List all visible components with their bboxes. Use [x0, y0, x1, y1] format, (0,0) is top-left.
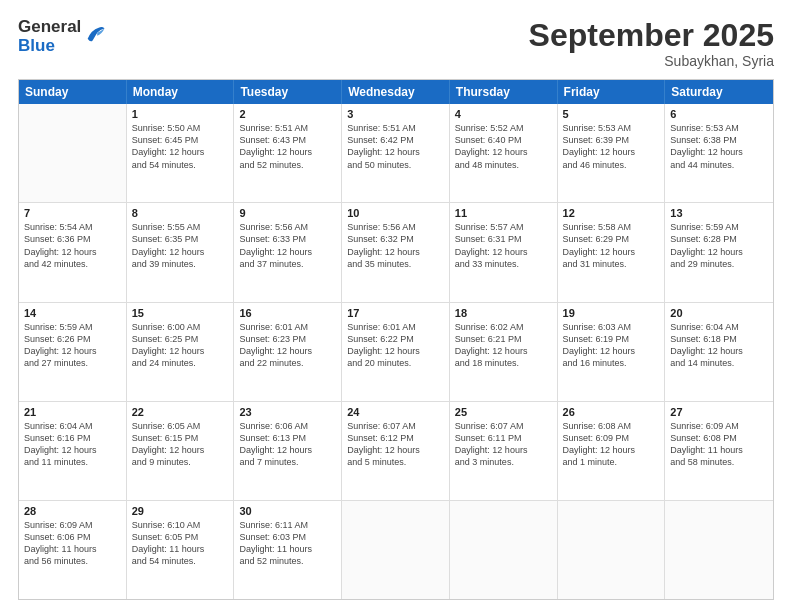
- cell-info-line: Daylight: 12 hours: [455, 146, 552, 158]
- day-number: 26: [563, 406, 660, 418]
- cell-info-line: and 37 minutes.: [239, 258, 336, 270]
- cell-info-line: Sunrise: 5:51 AM: [347, 122, 444, 134]
- cell-info-line: Daylight: 12 hours: [239, 246, 336, 258]
- cell-info-line: and 48 minutes.: [455, 159, 552, 171]
- cell-info-line: Sunset: 6:25 PM: [132, 333, 229, 345]
- cell-info-line: Sunset: 6:36 PM: [24, 233, 121, 245]
- cell-info-line: Sunset: 6:11 PM: [455, 432, 552, 444]
- cell-info-line: and 42 minutes.: [24, 258, 121, 270]
- day-number: 24: [347, 406, 444, 418]
- day-number: 15: [132, 307, 229, 319]
- cell-info-line: Sunset: 6:26 PM: [24, 333, 121, 345]
- cell-info-line: Daylight: 11 hours: [670, 444, 768, 456]
- day-number: 3: [347, 108, 444, 120]
- day-number: 5: [563, 108, 660, 120]
- cell-info-line: Sunset: 6:08 PM: [670, 432, 768, 444]
- calendar-row-4: 28Sunrise: 6:09 AMSunset: 6:06 PMDayligh…: [19, 501, 773, 599]
- calendar-cell: 15Sunrise: 6:00 AMSunset: 6:25 PMDayligh…: [127, 303, 235, 401]
- logo-text: General Blue: [18, 18, 81, 55]
- weekday-header-thursday: Thursday: [450, 80, 558, 104]
- calendar-cell: 3Sunrise: 5:51 AMSunset: 6:42 PMDaylight…: [342, 104, 450, 202]
- cell-info-line: Sunrise: 5:53 AM: [563, 122, 660, 134]
- cell-info-line: Sunrise: 5:52 AM: [455, 122, 552, 134]
- cell-info-line: and 44 minutes.: [670, 159, 768, 171]
- logo-blue: Blue: [18, 37, 81, 56]
- cell-info-line: Sunrise: 5:59 AM: [24, 321, 121, 333]
- calendar-cell: [450, 501, 558, 599]
- cell-info-line: Sunrise: 6:00 AM: [132, 321, 229, 333]
- calendar-cell: [342, 501, 450, 599]
- day-number: 10: [347, 207, 444, 219]
- cell-info-line: Sunset: 6:35 PM: [132, 233, 229, 245]
- calendar-row-1: 7Sunrise: 5:54 AMSunset: 6:36 PMDaylight…: [19, 203, 773, 302]
- cell-info-line: Sunrise: 5:59 AM: [670, 221, 768, 233]
- calendar-cell: 7Sunrise: 5:54 AMSunset: 6:36 PMDaylight…: [19, 203, 127, 301]
- calendar-cell: 14Sunrise: 5:59 AMSunset: 6:26 PMDayligh…: [19, 303, 127, 401]
- cell-info-line: and 7 minutes.: [239, 456, 336, 468]
- cell-info-line: Sunrise: 6:09 AM: [670, 420, 768, 432]
- cell-info-line: Daylight: 12 hours: [132, 444, 229, 456]
- day-number: 6: [670, 108, 768, 120]
- day-number: 9: [239, 207, 336, 219]
- cell-info-line: Daylight: 12 hours: [455, 246, 552, 258]
- calendar-cell: 22Sunrise: 6:05 AMSunset: 6:15 PMDayligh…: [127, 402, 235, 500]
- calendar-cell: 17Sunrise: 6:01 AMSunset: 6:22 PMDayligh…: [342, 303, 450, 401]
- weekday-header-friday: Friday: [558, 80, 666, 104]
- cell-info-line: Daylight: 12 hours: [563, 246, 660, 258]
- cell-info-line: Sunset: 6:39 PM: [563, 134, 660, 146]
- cell-info-line: Sunrise: 6:08 AM: [563, 420, 660, 432]
- cell-info-line: Daylight: 12 hours: [347, 444, 444, 456]
- cell-info-line: Sunset: 6:33 PM: [239, 233, 336, 245]
- day-number: 30: [239, 505, 336, 517]
- cell-info-line: and 16 minutes.: [563, 357, 660, 369]
- cell-info-line: Sunset: 6:03 PM: [239, 531, 336, 543]
- cell-info-line: and 54 minutes.: [132, 555, 229, 567]
- cell-info-line: Sunrise: 6:01 AM: [347, 321, 444, 333]
- cell-info-line: and 52 minutes.: [239, 555, 336, 567]
- calendar-cell: 10Sunrise: 5:56 AMSunset: 6:32 PMDayligh…: [342, 203, 450, 301]
- cell-info-line: and 22 minutes.: [239, 357, 336, 369]
- cell-info-line: Sunset: 6:18 PM: [670, 333, 768, 345]
- cell-info-line: Daylight: 11 hours: [24, 543, 121, 555]
- calendar-cell: 23Sunrise: 6:06 AMSunset: 6:13 PMDayligh…: [234, 402, 342, 500]
- cell-info-line: Daylight: 11 hours: [132, 543, 229, 555]
- cell-info-line: Sunrise: 5:50 AM: [132, 122, 229, 134]
- calendar-body: 1Sunrise: 5:50 AMSunset: 6:45 PMDaylight…: [19, 104, 773, 599]
- cell-info-line: Sunrise: 5:54 AM: [24, 221, 121, 233]
- cell-info-line: Sunrise: 5:56 AM: [239, 221, 336, 233]
- cell-info-line: Daylight: 12 hours: [239, 345, 336, 357]
- day-number: 18: [455, 307, 552, 319]
- day-number: 27: [670, 406, 768, 418]
- cell-info-line: and 29 minutes.: [670, 258, 768, 270]
- calendar-cell: 20Sunrise: 6:04 AMSunset: 6:18 PMDayligh…: [665, 303, 773, 401]
- cell-info-line: Daylight: 12 hours: [24, 345, 121, 357]
- weekday-header-tuesday: Tuesday: [234, 80, 342, 104]
- cell-info-line: Sunset: 6:16 PM: [24, 432, 121, 444]
- calendar-cell: [19, 104, 127, 202]
- cell-info-line: Daylight: 12 hours: [132, 345, 229, 357]
- cell-info-line: Sunset: 6:42 PM: [347, 134, 444, 146]
- cell-info-line: and 33 minutes.: [455, 258, 552, 270]
- cell-info-line: Daylight: 12 hours: [347, 345, 444, 357]
- calendar-cell: 1Sunrise: 5:50 AMSunset: 6:45 PMDaylight…: [127, 104, 235, 202]
- calendar-cell: 6Sunrise: 5:53 AMSunset: 6:38 PMDaylight…: [665, 104, 773, 202]
- cell-info-line: Daylight: 12 hours: [132, 246, 229, 258]
- calendar-cell: 8Sunrise: 5:55 AMSunset: 6:35 PMDaylight…: [127, 203, 235, 301]
- weekday-header-monday: Monday: [127, 80, 235, 104]
- cell-info-line: Sunrise: 5:51 AM: [239, 122, 336, 134]
- calendar-cell: 29Sunrise: 6:10 AMSunset: 6:05 PMDayligh…: [127, 501, 235, 599]
- calendar: SundayMondayTuesdayWednesdayThursdayFrid…: [18, 79, 774, 600]
- calendar-cell: [558, 501, 666, 599]
- month-title: September 2025: [529, 18, 774, 53]
- cell-info-line: and 52 minutes.: [239, 159, 336, 171]
- cell-info-line: Daylight: 12 hours: [455, 345, 552, 357]
- cell-info-line: Daylight: 12 hours: [563, 444, 660, 456]
- calendar-cell: 4Sunrise: 5:52 AMSunset: 6:40 PMDaylight…: [450, 104, 558, 202]
- location-subtitle: Subaykhan, Syria: [529, 53, 774, 69]
- cell-info-line: Sunrise: 6:06 AM: [239, 420, 336, 432]
- cell-info-line: Sunrise: 5:56 AM: [347, 221, 444, 233]
- cell-info-line: and 5 minutes.: [347, 456, 444, 468]
- cell-info-line: and 14 minutes.: [670, 357, 768, 369]
- weekday-header-saturday: Saturday: [665, 80, 773, 104]
- day-number: 13: [670, 207, 768, 219]
